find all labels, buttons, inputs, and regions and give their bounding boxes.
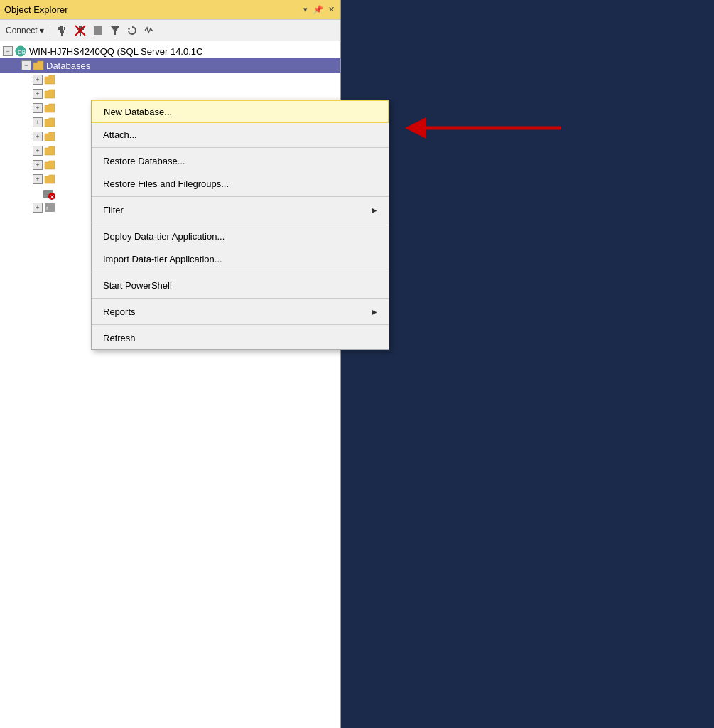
expand-btn-8[interactable]: +: [33, 174, 43, 184]
menu-restore-files[interactable]: Restore Files and Filegroups...: [92, 172, 389, 195]
menu-import-label: Import Data-tier Application...: [103, 254, 222, 264]
filter-arrow-icon: ▶: [372, 206, 377, 214]
menu-deploy-data-tier[interactable]: Deploy Data-tier Application...: [92, 225, 389, 247]
pin-btn[interactable]: 📌: [313, 5, 323, 15]
minimize-btn[interactable]: ▾: [301, 5, 310, 15]
menu-restore-database-label: Restore Database...: [103, 156, 185, 166]
menu-new-database[interactable]: New Database...: [92, 100, 389, 123]
refresh-icon: [127, 26, 137, 36]
expand-btn-4[interactable]: +: [33, 117, 43, 127]
separator-2: [92, 196, 389, 197]
stop-icon-btn[interactable]: [90, 24, 106, 37]
svg-rect-4: [64, 27, 65, 30]
filter-icon: [110, 26, 120, 36]
menu-refresh[interactable]: Refresh: [92, 326, 389, 349]
toolbar: Connect ▾: [0, 20, 340, 41]
databases-label: Databases: [46, 60, 90, 71]
tree-row-1[interactable]: +: [0, 73, 340, 87]
svg-rect-7: [80, 33, 81, 36]
menu-reports-label: Reports: [103, 306, 136, 317]
activity-icon-btn[interactable]: [141, 24, 157, 37]
server-node[interactable]: − DB WIN-HJ7HS4240QQ (SQL Server 14.0.1C: [0, 44, 340, 58]
folder-icon-6: [44, 146, 55, 156]
separator-5: [92, 298, 389, 299]
folder-icon-7: [44, 160, 55, 170]
plug-icon-btn[interactable]: [53, 23, 70, 38]
svg-rect-12: [94, 26, 102, 35]
connect-button[interactable]: Connect ▾: [3, 24, 47, 37]
separator-1: [92, 147, 389, 148]
red-arrow-annotation: [405, 110, 568, 148]
server-expand-btn[interactable]: −: [3, 46, 13, 56]
activity-icon: [144, 26, 154, 36]
expand-btn-3[interactable]: +: [33, 103, 43, 113]
error-db-icon: ✕: [43, 187, 55, 200]
databases-folder-icon: [33, 60, 44, 70]
svg-marker-13: [111, 26, 119, 35]
disconnect-icon: [75, 25, 86, 36]
tree-row-2[interactable]: +: [0, 87, 340, 101]
refresh-icon-btn[interactable]: [124, 24, 140, 37]
folder-icon-1: [44, 75, 55, 85]
svg-text:✕: ✕: [50, 194, 55, 200]
databases-node[interactable]: − Databases: [0, 58, 340, 73]
expand-btn-5[interactable]: +: [33, 132, 43, 141]
svg-rect-2: [61, 33, 63, 36]
context-menu: New Database... Attach... Restore Databa…: [91, 100, 389, 350]
svg-rect-1: [60, 30, 64, 33]
expand-btn-1[interactable]: +: [33, 75, 43, 85]
menu-new-database-label: New Database...: [104, 107, 172, 117]
menu-restore-files-label: Restore Files and Filegroups...: [103, 178, 229, 189]
svg-marker-23: [405, 117, 426, 139]
toolbar-divider-1: [50, 24, 50, 37]
menu-powershell-label: Start PowerShell: [103, 280, 172, 291]
separator-4: [92, 272, 389, 272]
menu-reports[interactable]: Reports ▶: [92, 300, 389, 323]
menu-attach-label: Attach...: [103, 129, 137, 140]
server-label: WIN-HJ7HS4240QQ (SQL Server 14.0.1C: [29, 46, 202, 57]
menu-attach[interactable]: Attach...: [92, 123, 389, 146]
panel-title: Object Explorer: [4, 4, 68, 15]
folder-icon-4: [44, 117, 55, 127]
special-icon: f: [44, 202, 57, 213]
expand-btn-7[interactable]: +: [33, 160, 43, 170]
folder-icon-3: [44, 103, 55, 113]
close-btn[interactable]: ✕: [326, 5, 336, 15]
filter-icon-btn[interactable]: [107, 24, 123, 37]
folder-icon-5: [44, 132, 55, 141]
menu-import-data-tier[interactable]: Import Data-tier Application...: [92, 247, 389, 270]
plug-icon: [56, 25, 67, 36]
expand-btn-2[interactable]: +: [33, 89, 43, 99]
menu-filter-label: Filter: [103, 205, 124, 215]
expand-btn-9[interactable]: +: [33, 203, 43, 213]
folder-icon-2: [44, 89, 55, 99]
expand-btn-6[interactable]: +: [33, 146, 43, 156]
svg-text:DB: DB: [18, 49, 26, 55]
stop-icon: [93, 26, 103, 36]
title-bar: Object Explorer ▾ 📌 ✕: [0, 0, 340, 20]
separator-3: [92, 223, 389, 223]
menu-filter[interactable]: Filter ▶: [92, 198, 389, 221]
server-icon: DB: [14, 46, 27, 57]
svg-rect-0: [60, 26, 63, 30]
separator-6: [92, 324, 389, 325]
menu-deploy-label: Deploy Data-tier Application...: [103, 231, 225, 242]
title-bar-controls: ▾ 📌 ✕: [301, 5, 336, 15]
folder-icon-8: [44, 174, 55, 184]
menu-restore-database[interactable]: Restore Database...: [92, 149, 389, 172]
menu-refresh-label: Refresh: [103, 333, 136, 343]
menu-start-powershell[interactable]: Start PowerShell: [92, 274, 389, 296]
disconnect-icon-btn[interactable]: [72, 23, 89, 38]
svg-rect-3: [58, 27, 60, 30]
databases-expand-btn[interactable]: −: [21, 60, 31, 70]
connect-label: Connect ▾: [6, 26, 44, 36]
reports-arrow-icon: ▶: [372, 308, 377, 316]
svg-marker-14: [128, 28, 130, 31]
